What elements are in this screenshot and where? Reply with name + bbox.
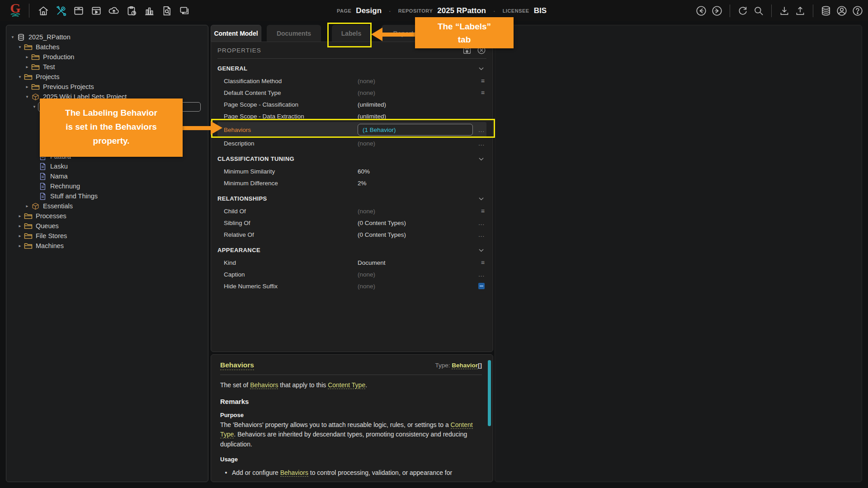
property-value[interactable]: (none)	[358, 271, 473, 278]
property-value[interactable]: 2%	[358, 180, 473, 187]
property-value[interactable]: (none)	[358, 208, 473, 215]
property-row-sibling-of[interactable]: Sibling Of(0 Content Types)...	[217, 217, 486, 229]
property-value[interactable]: (0 Content Types)	[358, 220, 473, 226]
menu-icon[interactable]: ≡	[473, 77, 486, 84]
cloud-upload-icon[interactable]	[108, 5, 120, 17]
expander-open-icon[interactable]: ▼	[9, 35, 16, 39]
property-row-minimum-similarity[interactable]: Minimum Similarity60%	[217, 165, 486, 177]
tree-item-production[interactable]: ►Production	[6, 52, 208, 62]
expander-closed-icon[interactable]: ►	[24, 55, 31, 59]
expander-open-icon[interactable]: ▼	[16, 75, 24, 79]
property-row-child-of[interactable]: Child Of(none)≡	[217, 205, 486, 217]
nav-back-icon[interactable]	[695, 5, 707, 17]
expander-open-icon[interactable]: ▼	[24, 95, 31, 99]
property-row-classification-method[interactable]: Classification Method(none)≡	[217, 75, 486, 87]
behaviors-link[interactable]: Behaviors	[280, 469, 308, 477]
property-label: Default Content Type	[224, 89, 358, 96]
property-value[interactable]: (none)	[358, 78, 473, 84]
build-tools-icon[interactable]	[55, 5, 67, 17]
expander-closed-icon[interactable]: ►	[16, 214, 24, 218]
property-value[interactable]: 60%	[358, 168, 473, 175]
help-icon[interactable]	[852, 5, 863, 17]
ellipsis-icon[interactable]: ...	[473, 231, 486, 238]
tab-documents[interactable]: Documents	[267, 25, 321, 42]
tree-item-rechnung[interactable]: Rechnung	[6, 181, 208, 191]
section-header-appearance[interactable]: APPEARANCE	[217, 243, 486, 257]
property-row-kind[interactable]: KindDocument≡	[217, 257, 486, 268]
storage-icon[interactable]	[72, 5, 85, 17]
tree-item-previous-projects[interactable]: ►Previous Projects	[6, 82, 208, 92]
section-header-relationships[interactable]: RELATIONSHIPS	[217, 192, 486, 205]
tasks-icon[interactable]	[125, 5, 138, 17]
batch-processing-icon[interactable]	[90, 5, 103, 17]
database-icon[interactable]	[820, 5, 832, 17]
tree-item-nama[interactable]: Nama	[6, 171, 208, 181]
help-type: Type: Behavior[]	[435, 362, 482, 369]
expander-closed-icon[interactable]: ►	[16, 244, 24, 248]
expander-closed-icon[interactable]: ►	[16, 224, 24, 228]
property-row-caption[interactable]: Caption(none)...	[217, 268, 486, 280]
help-scrollbar-thumb[interactable]	[488, 360, 491, 426]
property-value[interactable]: (0 Content Types)	[358, 231, 473, 238]
property-row-default-content-type[interactable]: Default Content Type(none)≡	[217, 87, 486, 99]
property-value[interactable]: (none)	[358, 89, 473, 96]
expander-closed-icon[interactable]: ►	[24, 204, 31, 208]
property-value[interactable]: (none)	[358, 283, 473, 290]
tree-item-queues[interactable]: ►Queues	[6, 221, 208, 231]
help-type-link[interactable]: Behavior	[452, 362, 478, 369]
property-value[interactable]: (none)	[358, 140, 473, 147]
property-row-description[interactable]: Description(none)...	[217, 137, 486, 149]
expander-open-icon[interactable]: ▼	[31, 105, 38, 109]
upload-icon[interactable]	[794, 5, 806, 17]
labels-tab-highlight-rect	[327, 23, 372, 47]
nav-forward-icon[interactable]	[711, 5, 723, 17]
behaviors-link[interactable]: Behaviors	[250, 381, 278, 389]
refresh-icon[interactable]	[737, 5, 749, 17]
tree-item-test[interactable]: ►Test	[6, 62, 208, 72]
stats-icon[interactable]	[143, 5, 156, 17]
grooper-logo[interactable]: G	[6, 1, 24, 20]
chat-icon[interactable]	[178, 5, 191, 17]
tree-item-2025-rpatton[interactable]: ▼2025_RPatton	[6, 32, 208, 42]
property-value[interactable]: (unlimited)	[358, 101, 473, 108]
tree-item-machines[interactable]: ►Machines	[6, 241, 208, 251]
account-icon[interactable]	[836, 5, 848, 17]
ellipsis-icon[interactable]: ...	[473, 220, 486, 226]
ellipsis-icon[interactable]: ...	[473, 271, 486, 278]
tree-item-label: Previous Projects	[43, 83, 94, 90]
expander-closed-icon[interactable]: ►	[16, 234, 24, 238]
tree-item-lasku[interactable]: Lasku	[6, 161, 208, 171]
properties-title: PROPERTIES	[217, 47, 261, 54]
tree-item-processes[interactable]: ►Processes	[6, 211, 208, 221]
property-row-minimum-difference[interactable]: Minimum Difference2%	[217, 177, 486, 189]
tree-item-essentials[interactable]: ►Essentials	[6, 201, 208, 211]
expander-closed-icon[interactable]: ►	[24, 65, 31, 69]
content-type-link[interactable]: Content Type	[328, 381, 365, 389]
property-row-relative-of[interactable]: Relative Of(0 Content Types)...	[217, 229, 486, 240]
expander-open-icon[interactable]: ▼	[16, 45, 24, 49]
search-icon[interactable]	[753, 5, 764, 17]
ellipsis-icon[interactable]: ...	[473, 140, 486, 147]
tree-item-batches[interactable]: ▼Batches	[6, 42, 208, 52]
home-icon[interactable]	[37, 5, 50, 17]
help-title-link[interactable]: Behaviors	[220, 361, 254, 370]
breadcrumb-page-value[interactable]: Design	[356, 6, 382, 15]
document-lookup-icon[interactable]	[160, 5, 173, 17]
checkbox-indeterminate-icon[interactable]	[473, 283, 486, 289]
tab-content-model[interactable]: Content Model	[211, 25, 261, 42]
section-header-general[interactable]: GENERAL	[217, 61, 486, 75]
tree-item-stuff-and-things[interactable]: Stuff and Things	[6, 191, 208, 201]
expander-closed-icon[interactable]: ►	[24, 85, 31, 89]
download-icon[interactable]	[778, 5, 790, 17]
property-value[interactable]: Document	[358, 259, 473, 266]
tree-item-label: Test	[43, 63, 55, 70]
section-header-classification-tuning[interactable]: CLASSIFICATION TUNING	[217, 152, 486, 165]
breadcrumb-repository-value[interactable]: 2025 RPatton	[437, 6, 486, 15]
menu-icon[interactable]: ≡	[473, 259, 486, 266]
tree-item-projects[interactable]: ▼Projects	[6, 72, 208, 82]
tree-item-file-stores[interactable]: ►File Stores	[6, 231, 208, 241]
property-row-page-scope-classification[interactable]: Page Scope - Classification(unlimited)	[217, 99, 486, 110]
menu-icon[interactable]: ≡	[473, 89, 486, 96]
menu-icon[interactable]: ≡	[473, 207, 486, 215]
property-row-hide-numeric-suffix[interactable]: Hide Numeric Suffix(none)	[217, 280, 486, 292]
